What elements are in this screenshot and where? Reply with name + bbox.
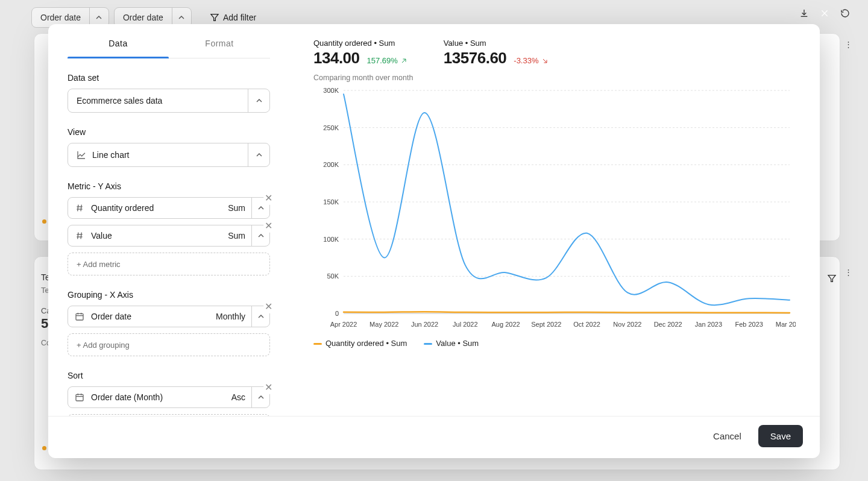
add-grouping-button[interactable]: + Add grouping	[68, 333, 270, 356]
calendar-icon	[68, 312, 91, 321]
dataset-label: Data set	[68, 73, 270, 83]
svg-text:50K: 50K	[327, 272, 339, 280]
svg-text:Sept 2022: Sept 2022	[531, 321, 561, 328]
remove-metric-button[interactable]: ✕	[263, 219, 274, 233]
svg-text:Nov 2022: Nov 2022	[613, 321, 641, 328]
add-sort-button[interactable]: + Add sort	[68, 414, 270, 416]
remove-metric-button[interactable]: ✕	[263, 191, 274, 205]
calendar-icon	[68, 392, 91, 402]
svg-line-20	[402, 59, 406, 63]
more-icon[interactable]: ⋮	[844, 268, 852, 277]
kpi-value: Value • Sum 13576.60 -3.33%	[444, 39, 549, 68]
svg-text:Dec 2022: Dec 2022	[654, 321, 682, 328]
svg-text:May 2022: May 2022	[370, 321, 398, 328]
tab-format[interactable]: Format	[169, 30, 270, 58]
remove-grouping-button[interactable]: ✕	[263, 300, 274, 313]
svg-text:200K: 200K	[323, 161, 339, 168]
svg-text:Mar 2023: Mar 2023	[776, 321, 796, 328]
svg-text:Jan 2023: Jan 2023	[695, 321, 722, 328]
svg-rect-12	[76, 313, 83, 320]
svg-marker-3	[828, 275, 835, 282]
add-metric-button[interactable]: + Add metric	[68, 253, 270, 275]
filter-icon	[210, 13, 219, 22]
svg-text:300K: 300K	[323, 87, 339, 94]
add-filter-button[interactable]: Add filter	[210, 13, 256, 22]
remove-sort-button[interactable]: ✕	[263, 380, 274, 394]
svg-text:0: 0	[335, 310, 339, 317]
svg-text:Apr 2022: Apr 2022	[330, 321, 357, 328]
more-icon[interactable]: ⋮	[844, 40, 852, 49]
dataset-select[interactable]: Ecommerce sales data	[68, 89, 270, 113]
filter-icon[interactable]	[827, 274, 837, 285]
view-select[interactable]: Line chart	[68, 143, 270, 167]
chevron-up-icon	[248, 89, 269, 112]
number-icon	[68, 231, 91, 241]
modal-footer: Cancel Save	[48, 416, 820, 458]
number-icon	[68, 203, 91, 213]
chart-legend: Quantity ordered • Sum Value • Sum	[313, 339, 796, 348]
download-icon[interactable]	[799, 8, 809, 20]
grouping-row[interactable]: Order date Monthly	[68, 306, 270, 327]
legend-dot-icon	[42, 219, 46, 224]
svg-rect-16	[76, 394, 83, 401]
line-chart-icon	[77, 150, 86, 160]
tab-data[interactable]: Data	[68, 30, 169, 58]
grouping-label: Grouping - X Axis	[68, 290, 270, 300]
svg-line-11	[81, 233, 81, 239]
config-panel: Data Format Data set Ecommerce sales dat…	[48, 24, 289, 416]
svg-text:Feb 2023: Feb 2023	[735, 321, 763, 328]
svg-text:250K: 250K	[323, 124, 339, 131]
svg-line-7	[81, 205, 81, 212]
chart-config-modal: Data Format Data set Ecommerce sales dat…	[48, 24, 820, 458]
svg-text:Oct 2022: Oct 2022	[573, 321, 600, 328]
kpi-quantity: Quantity ordered • Sum 134.00 157.69%	[313, 39, 407, 68]
preview-panel: Quantity ordered • Sum 134.00 157.69% Va…	[289, 24, 820, 416]
view-label: View	[68, 127, 270, 137]
legend-dot-icon	[42, 446, 46, 450]
sort-label: Sort	[68, 371, 270, 380]
svg-line-21	[543, 59, 547, 63]
metric-label: Metric - Y Axis	[68, 181, 270, 191]
legend-swatch-icon	[313, 343, 322, 345]
svg-text:Aug 2022: Aug 2022	[492, 321, 520, 328]
svg-text:100K: 100K	[323, 236, 339, 243]
metric-row[interactable]: Value Sum	[68, 225, 270, 247]
refresh-icon[interactable]	[840, 8, 850, 20]
svg-text:150K: 150K	[323, 198, 339, 206]
metric-row[interactable]: Quantity ordered Sum	[68, 197, 270, 219]
sort-row[interactable]: Order date (Month) Asc	[68, 386, 270, 408]
compare-note: Comparing month over month	[313, 74, 796, 82]
save-button[interactable]: Save	[758, 425, 803, 447]
chevron-up-icon	[248, 143, 269, 166]
line-chart: 050K100K150K200K250K300KApr 2022May 2022…	[313, 84, 796, 338]
svg-text:Jul 2022: Jul 2022	[453, 321, 478, 328]
legend-swatch-icon	[424, 343, 432, 345]
svg-line-10	[78, 233, 78, 239]
svg-text:Jun 2022: Jun 2022	[411, 321, 438, 328]
close-icon[interactable]	[820, 8, 829, 20]
svg-marker-0	[211, 14, 218, 21]
arrow-down-right-icon	[541, 57, 549, 64]
svg-line-6	[78, 205, 78, 212]
cancel-button[interactable]: Cancel	[707, 426, 747, 446]
arrow-up-right-icon	[400, 57, 407, 64]
